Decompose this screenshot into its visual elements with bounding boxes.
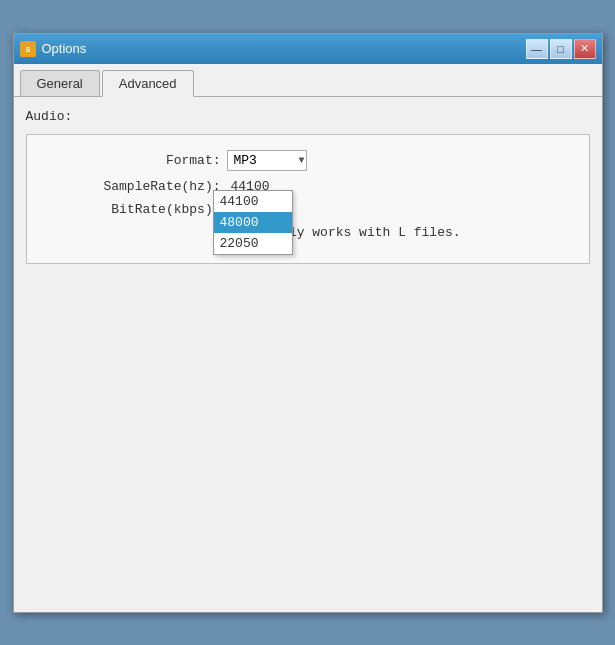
- app-icon: S: [20, 41, 36, 57]
- tab-general[interactable]: General: [20, 70, 100, 96]
- titlebar-left: S Options: [20, 41, 87, 57]
- dropdown-item-44100[interactable]: 44100: [214, 191, 292, 212]
- tab-content: Audio: Format: MP3 AAC OGG ▼ SampleRate(…: [14, 97, 602, 612]
- close-button[interactable]: ✕: [574, 39, 596, 59]
- cover-row: Cover only works with L files.: [47, 225, 569, 240]
- format-select-wrapper: MP3 AAC OGG ▼: [227, 150, 307, 171]
- dropdown-item-48000[interactable]: 48000: [214, 212, 292, 233]
- format-row: Format: MP3 AAC OGG ▼: [47, 150, 569, 171]
- window-title: Options: [42, 41, 87, 56]
- window-controls: — □ ✕: [526, 39, 596, 59]
- bitrate-label: BitRate(kbps):: [47, 202, 227, 217]
- tab-advanced[interactable]: Advanced: [102, 70, 194, 97]
- minimize-button[interactable]: —: [526, 39, 548, 59]
- format-label: Format:: [47, 153, 227, 168]
- dropdown-item-22050[interactable]: 22050: [214, 233, 292, 254]
- titlebar: S Options — □ ✕: [14, 34, 602, 64]
- options-window: S Options — □ ✕ General Advanced Audio: …: [13, 33, 603, 613]
- maximize-button[interactable]: □: [550, 39, 572, 59]
- samplerate-label: SampleRate(hz):: [47, 179, 227, 194]
- bitrate-row: BitRate(kbps): 48000: [47, 202, 569, 217]
- audio-section-label: Audio:: [26, 109, 590, 124]
- format-select[interactable]: MP3 AAC OGG: [227, 150, 307, 171]
- samplerate-row: SampleRate(hz): 44100: [47, 179, 569, 194]
- bitrate-dropdown[interactable]: 44100 48000 22050: [213, 190, 293, 255]
- audio-settings-box: Format: MP3 AAC OGG ▼ SampleRate(hz): 44…: [26, 134, 590, 264]
- tab-bar: General Advanced: [14, 64, 602, 97]
- svg-text:S: S: [25, 45, 30, 54]
